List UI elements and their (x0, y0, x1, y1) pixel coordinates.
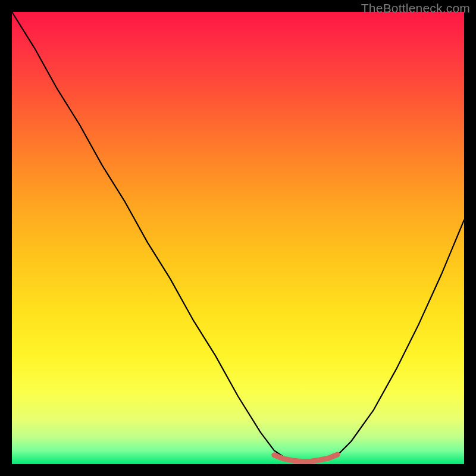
curve-layer (12, 12, 464, 464)
watermark-text: TheBottleneck.com (361, 1, 470, 15)
bottleneck-valley-highlight (274, 455, 337, 461)
plot-area (12, 12, 464, 464)
chart-frame: TheBottleneck.com (0, 0, 476, 476)
bottleneck-curve (12, 12, 464, 462)
